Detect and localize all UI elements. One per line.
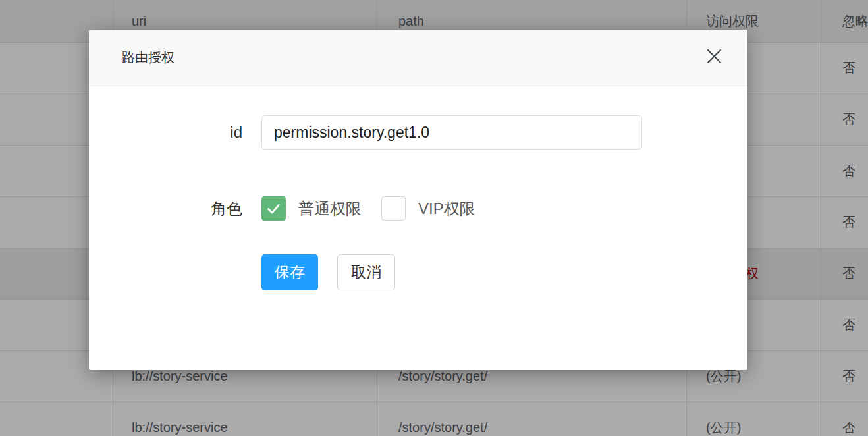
checkbox-check-icon[interactable] [261, 196, 286, 221]
modal-title: 路由授权 [122, 49, 175, 67]
save-button[interactable]: 保存 [261, 254, 318, 290]
id-input[interactable] [261, 115, 642, 150]
route-auth-modal: 路由授权 id 角色 [89, 30, 747, 370]
role-field-row: 角色 普通权限 VIP权限 [89, 196, 747, 221]
close-icon [707, 49, 722, 67]
role-field-label: 角色 [89, 198, 242, 219]
checkbox-label-normal[interactable]: 普通权限 [298, 198, 362, 219]
screen: uri path 访问权限 忽略 lb://story-service /sto… [0, 0, 868, 436]
cancel-button[interactable]: 取消 [337, 254, 395, 290]
checkbox-vip-permission[interactable]: VIP权限 [381, 196, 475, 221]
id-field-row: id [89, 115, 747, 150]
modal-actions-row: 保存 取消 [89, 254, 747, 290]
checkbox-normal-permission[interactable]: 普通权限 [261, 196, 362, 221]
checkbox-check-icon[interactable] [381, 196, 406, 221]
checkbox-label-vip[interactable]: VIP权限 [418, 198, 475, 219]
close-button[interactable] [705, 49, 722, 67]
id-field-label: id [89, 123, 242, 142]
modal-header: 路由授权 [89, 30, 747, 86]
